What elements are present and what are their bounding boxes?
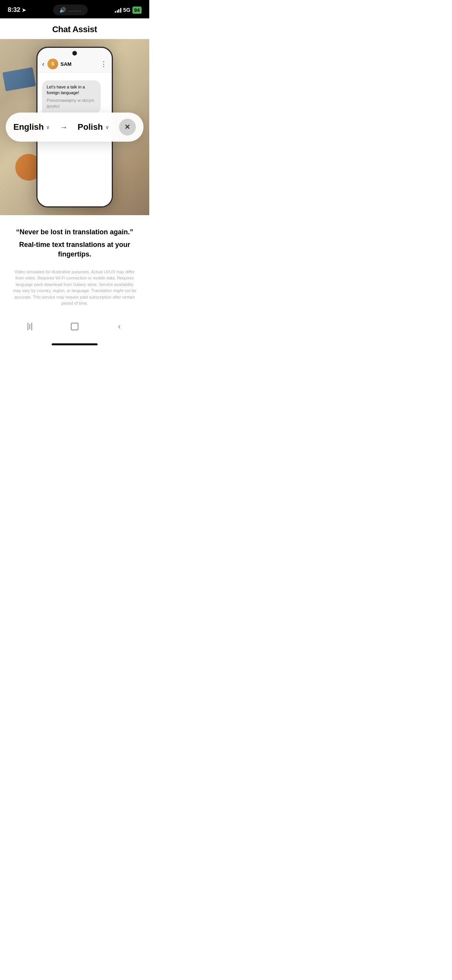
status-bar: 8:32 ➤ 🔊 ....... 5G 94 [0,0,149,18]
recent-apps-icon [28,323,32,330]
phone-more-button: ⋮ [100,60,107,68]
page-title-bar: Chat Assist [0,18,149,39]
phone-camera [72,51,77,56]
close-icon: ✕ [124,123,130,131]
signal-bar-1 [115,11,116,13]
phone-header: ‹ S SAM ⋮ [38,56,112,73]
avatar-letter: S [51,61,54,67]
speaker-icon: 🔊 [59,7,66,13]
battery-indicator: 94 [132,7,142,14]
home-indicator [52,343,98,345]
chat-bubble: Let's have a talk in a foreign language!… [42,80,101,113]
chat-text-english: Let's have a talk in a foreign language! [47,84,96,96]
signal-bar-2 [117,10,118,13]
status-left: 8:32 ➤ [8,6,26,14]
signal-bars [115,7,121,13]
dynamic-island: 🔊 ....... [53,5,88,15]
source-language-label: English [13,122,44,132]
home-icon [71,323,78,330]
page-title: Chat Assist [8,24,142,34]
nav-line-3 [31,323,32,330]
signal-bar-3 [118,9,119,13]
body-content: “Never be lost in translation again.” Re… [0,215,149,313]
phone-contact-avatar: S [47,59,58,69]
recent-apps-button[interactable] [20,319,39,334]
status-dots: ....... [69,8,82,12]
phone-back-button: ‹ [42,60,44,68]
status-right: 5G 94 [115,7,142,14]
translation-bar-close-button[interactable]: ✕ [119,119,136,136]
location-icon: ➤ [22,7,26,13]
target-language-selector[interactable]: Polish ∨ [78,122,109,132]
bottom-navigation: ‹ [0,313,149,343]
phone-contact-name: SAM [60,61,100,67]
back-icon: ‹ [118,322,121,332]
nav-line-1 [28,323,28,330]
description: Real-time text translations at your fing… [9,240,140,259]
battery-level: 94 [134,7,140,13]
target-language-chevron-icon: ∨ [105,124,109,130]
network-type: 5G [123,7,131,13]
hero-area: ‹ S SAM ⋮ Let's have a talk in a foreign… [0,39,149,215]
disclaimer-text: Video simulated for illustrative purpose… [9,269,140,307]
back-button[interactable]: ‹ [110,319,129,334]
source-language-selector[interactable]: English ∨ [13,122,50,132]
status-time: 8:32 [8,6,20,14]
translation-bar[interactable]: English ∨ → Polish ∨ ✕ [6,113,144,142]
tagline: “Never be lost in translation again.” [9,227,140,237]
nav-line-2 [29,324,30,329]
signal-bar-4 [120,8,121,13]
translation-arrow-icon: → [60,123,68,132]
target-language-label: Polish [78,122,103,132]
home-button[interactable] [65,319,84,334]
source-language-chevron-icon: ∨ [46,124,50,130]
chat-text-polish: Porozmawiajmy w obcym języku! [47,98,96,109]
